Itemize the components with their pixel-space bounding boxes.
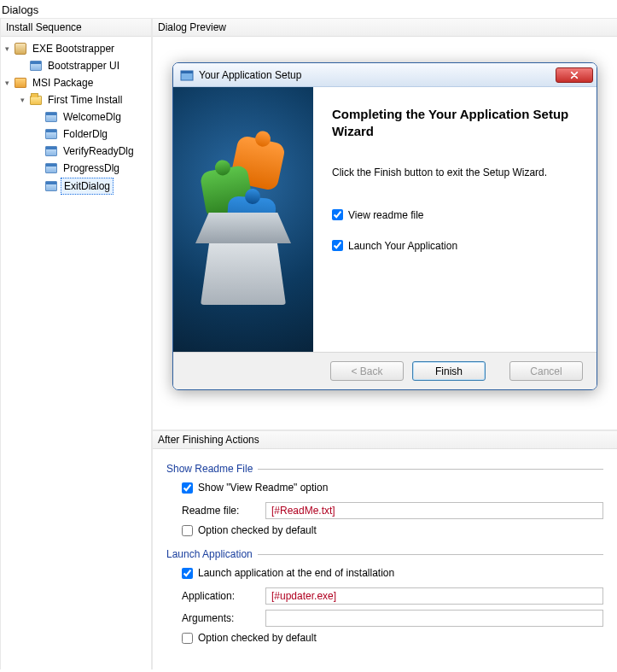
tree-label: ProgressDlg xyxy=(61,161,122,176)
tree-item-first-time-install[interactable]: ▾ First Time Install xyxy=(3,91,149,108)
application-input[interactable] xyxy=(265,587,603,605)
tree-item-exitdialog[interactable]: ExitDialog xyxy=(3,177,149,196)
tree-item-progressdlg[interactable]: ProgressDlg xyxy=(3,160,149,177)
tree-item-bootstrapper-ui[interactable]: Bootstrapper UI xyxy=(3,57,149,74)
launch-app-label: Launch Your Application xyxy=(348,240,457,252)
tree-item-verifyreadydlg[interactable]: VerifyReadyDlg xyxy=(3,143,149,160)
arguments-label: Arguments: xyxy=(182,612,260,624)
tree-item-msi-package[interactable]: ▾ MSI Package xyxy=(3,74,149,91)
dialog-icon xyxy=(44,110,58,124)
app-icon xyxy=(180,68,194,82)
finish-button[interactable]: Finish xyxy=(412,361,486,381)
dialog-preview-area: Your Application Setup xyxy=(153,37,617,429)
readme-checked-default-row[interactable]: Option checked by default xyxy=(182,524,603,536)
launch-checked-default-checkbox[interactable] xyxy=(182,633,193,644)
readme-file-input[interactable] xyxy=(265,502,603,519)
readme-file-row: Readme file: xyxy=(182,502,603,519)
dialog-title: Your Application Setup xyxy=(199,69,556,81)
close-button[interactable] xyxy=(556,67,593,83)
tree-item-welcomedlg[interactable]: WelcomeDlg xyxy=(3,108,149,126)
back-button[interactable]: < Back xyxy=(330,361,404,381)
launch-at-end-row[interactable]: Launch application at the end of install… xyxy=(182,567,603,579)
launch-checked-default-row[interactable]: Option checked by default xyxy=(182,632,603,644)
expand-icon[interactable]: ▾ xyxy=(3,42,11,56)
show-readme-option-row[interactable]: Show "View Readme" option xyxy=(182,482,603,494)
launch-checked-default-label: Option checked by default xyxy=(198,632,317,644)
tree-label: ExitDialog xyxy=(61,178,114,195)
install-sequence-header: Install Sequence xyxy=(1,19,151,37)
arguments-row: Arguments: xyxy=(182,610,603,627)
after-finishing-actions-section: After Finishing Actions Show Readme File… xyxy=(153,431,617,666)
tree-label: WelcomeDlg xyxy=(61,109,124,125)
launch-at-end-label: Launch application at the end of install… xyxy=(198,567,394,579)
dialog-icon xyxy=(44,127,58,141)
readme-checked-default-label: Option checked by default xyxy=(198,524,317,536)
dialog-window: Your Application Setup xyxy=(172,62,597,390)
tree-label: MSI Package xyxy=(30,75,96,91)
after-finishing-actions-body: Show Readme File Show "View Readme" opti… xyxy=(153,449,617,666)
view-readme-checkbox-row[interactable]: View readme file xyxy=(332,209,578,221)
launch-application-group-title: Launch Application xyxy=(166,548,603,560)
dialog-icon xyxy=(44,179,58,193)
folder-icon xyxy=(29,93,43,107)
launch-at-end-checkbox[interactable] xyxy=(182,568,193,579)
dialog-preview-section: Dialog Preview Your Application Setup xyxy=(153,19,617,431)
dialog-banner xyxy=(173,87,313,352)
tree-item-folderdlg[interactable]: FolderDlg xyxy=(3,126,149,143)
dialog-icon xyxy=(44,144,58,158)
view-readme-checkbox[interactable] xyxy=(332,209,343,220)
show-readme-option-label: Show "View Readme" option xyxy=(198,482,328,494)
launch-app-checkbox[interactable] xyxy=(332,240,343,251)
install-sequence-panel: Install Sequence ▾ EXE Bootstrapper Boot… xyxy=(1,19,153,669)
dialog-heading: Completing the Your Application Setup Wi… xyxy=(332,106,578,141)
tree-label: FolderDlg xyxy=(61,126,110,142)
show-readme-group-title: Show Readme File xyxy=(166,463,603,475)
dialog-body: Completing the Your Application Setup Wi… xyxy=(173,87,597,352)
tree-label: Bootstrapper UI xyxy=(45,58,122,73)
application-row: Application: xyxy=(182,587,603,605)
package-icon xyxy=(14,42,27,56)
view-readme-label: View readme file xyxy=(348,209,424,221)
dialog-content: Completing the Your Application Setup Wi… xyxy=(313,87,597,352)
tree-item-exe-bootstrapper[interactable]: ▾ EXE Bootstrapper xyxy=(3,40,149,57)
after-finishing-actions-header: After Finishing Actions xyxy=(153,431,617,449)
dialog-icon xyxy=(44,161,58,175)
install-sequence-tree[interactable]: ▾ EXE Bootstrapper Bootstrapper UI ▾ MSI… xyxy=(1,37,151,199)
package-icon xyxy=(14,76,27,90)
banner-graphic xyxy=(188,134,299,305)
arguments-input[interactable] xyxy=(265,610,603,627)
readme-file-label: Readme file: xyxy=(182,505,260,517)
tree-label: VerifyReadyDlg xyxy=(61,143,137,159)
tree-label: EXE Bootstrapper xyxy=(30,41,117,56)
svg-rect-1 xyxy=(181,71,193,73)
expand-icon[interactable]: ▾ xyxy=(18,93,26,107)
readme-checked-default-checkbox[interactable] xyxy=(182,525,193,536)
dialog-preview-header: Dialog Preview xyxy=(153,19,617,37)
cancel-button[interactable]: Cancel xyxy=(509,361,583,381)
dialog-icon xyxy=(29,59,43,73)
show-readme-option-checkbox[interactable] xyxy=(182,482,193,494)
right-panel: Dialog Preview Your Application Setup xyxy=(153,19,617,669)
dialog-footer: < Back Finish Cancel xyxy=(173,352,597,389)
main-layout: Install Sequence ▾ EXE Bootstrapper Boot… xyxy=(0,18,617,669)
launch-app-checkbox-row[interactable]: Launch Your Application xyxy=(332,240,578,252)
dialog-window-shadow: Your Application Setup xyxy=(172,62,597,390)
dialog-body-text: Click the Finish button to exit the Setu… xyxy=(332,167,578,178)
tree-label: First Time Install xyxy=(45,92,125,108)
dialog-titlebar[interactable]: Your Application Setup xyxy=(173,63,597,87)
application-label: Application: xyxy=(182,590,260,602)
expand-icon[interactable]: ▾ xyxy=(3,76,11,90)
page-title: Dialogs xyxy=(0,0,617,18)
